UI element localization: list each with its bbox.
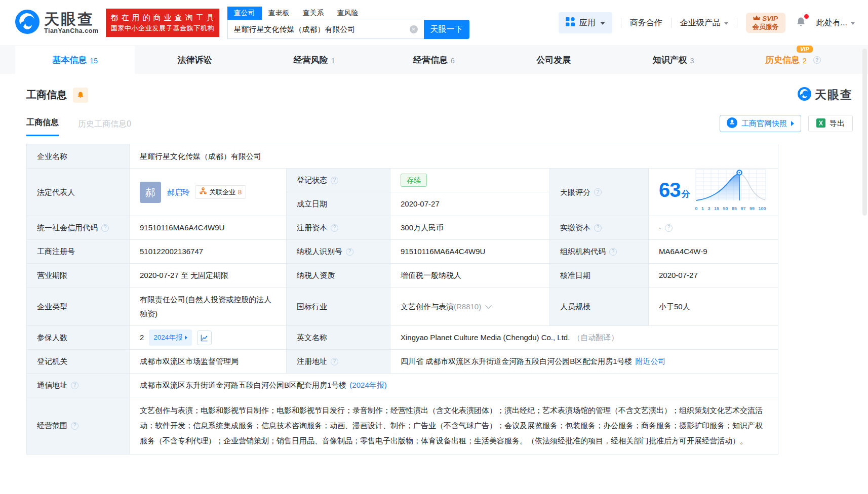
search-input[interactable]: [227, 20, 424, 39]
field-label-industry: 国标行业: [287, 287, 390, 326]
help-icon[interactable]: [331, 358, 338, 365]
watermark-logo: 天眼查: [798, 87, 853, 103]
status-badge: 存续: [401, 174, 427, 187]
tab-basic-info[interactable]: 基本信息 15: [15, 46, 135, 74]
table-row: 营业期限 2020-07-27 至 无固定期限 纳税人资质 增值税一般纳税人 核…: [26, 264, 778, 287]
search-tab-boss[interactable]: 查老板: [262, 7, 296, 20]
field-value-insured-count: 2 2024年报: [130, 326, 287, 350]
apps-label: 应用: [579, 18, 596, 28]
apps-menu-button[interactable]: 应用: [559, 12, 612, 33]
help-icon[interactable]: [594, 188, 602, 196]
tab-business-operations[interactable]: 经营信息 6: [374, 46, 494, 74]
scrollbar[interactable]: [862, 49, 867, 216]
table-row: 企业名称 星耀行星文化传媒（成都）有限公司: [26, 144, 778, 169]
search-tab-risk[interactable]: 查风险: [331, 7, 365, 20]
clear-search-icon[interactable]: [410, 25, 418, 33]
help-icon[interactable]: [594, 224, 602, 232]
field-value-registration-authority: 成都市双流区市场监督管理局: [130, 350, 287, 374]
apps-grid-icon: [566, 17, 575, 28]
tab-history-info[interactable]: 历史信息 2 VIP: [733, 46, 853, 74]
help-icon[interactable]: [71, 422, 78, 430]
crown-icon: [753, 15, 760, 23]
field-value-registered-capital: 300万人民币: [390, 216, 550, 240]
field-value-staff-size: 小于50人: [649, 287, 778, 326]
field-label-staff-size: 人员规模: [550, 287, 649, 326]
tab-operational-risk[interactable]: 经营风险 1: [255, 46, 374, 74]
field-value-business-scope: 文艺创作与表演；电影和影视节目制作；电影和影视节目发行；录音制作；经营性演出（含…: [130, 397, 778, 455]
field-value-registration-number: 510122002136747: [130, 240, 287, 264]
field-value-organization-code: MA6A4C4W-9: [649, 240, 778, 264]
tab-intellectual-property[interactable]: 知识产权 3: [613, 46, 733, 74]
score-value: 63: [659, 179, 681, 201]
field-value-company-name: 星耀行星文化传媒（成都）有限公司: [130, 144, 778, 169]
brand-name: 天眼查: [44, 11, 99, 27]
field-label-registration-status: 登记状态: [287, 169, 390, 192]
top-header: 天眼查 TianYanCha.com 都在用的商业查询工具 国家中小企业发展子基…: [0, 0, 868, 46]
section-header: 工商信息 天眼查: [26, 87, 853, 103]
notifications-bell-icon[interactable]: [795, 16, 807, 30]
help-icon[interactable]: [71, 382, 78, 389]
field-label-legal-representative: 法定代表人: [27, 169, 130, 216]
score-distribution-chart: 0131550859799100: [695, 169, 766, 215]
help-icon[interactable]: [331, 224, 338, 232]
tianyancha-logo-icon: [798, 87, 811, 103]
promo-line2: 国家中小企业发展子基金旗下机构: [111, 23, 214, 33]
table-row: 工商注册号 510122002136747 纳税人识别号 91510116MA6…: [26, 240, 778, 264]
tianyancha-logo[interactable]: 天眼查 TianYanCha.com: [15, 10, 99, 36]
field-label-paid-capital: 实缴资本: [550, 216, 649, 240]
field-label-mailing-address: 通信地址: [27, 374, 130, 397]
field-value-tianyan-score[interactable]: 63分: [649, 169, 778, 216]
trend-chart-button[interactable]: [197, 331, 212, 345]
field-value-taxpayer-id: 91510116MA6A4C4W9U: [390, 240, 550, 264]
annual-report-badge[interactable]: 2024年报: [149, 330, 192, 346]
tianyancha-page: 天眼查 TianYanCha.com 都在用的商业查询工具 国家中小企业发展子基…: [0, 0, 868, 455]
help-icon[interactable]: [331, 177, 338, 184]
search-button[interactable]: 天眼一下: [424, 20, 469, 39]
field-label-business-term: 营业期限: [27, 264, 130, 287]
divider: [737, 18, 737, 28]
annual-report-link[interactable]: (2024年报): [349, 379, 386, 392]
legal-rep-avatar[interactable]: 郝: [140, 182, 161, 203]
field-value-legal-representative: 郝 郝启玲 关联企业 8: [130, 169, 287, 216]
chevron-down-icon[interactable]: [485, 302, 492, 309]
field-label-registered-capital: 注册资本: [287, 216, 390, 240]
excel-icon: [816, 118, 825, 129]
svip-membership-button[interactable]: SVIP 会员服务: [746, 13, 785, 33]
field-value-company-type: 有限责任公司(自然人投资或控股的法人独资): [130, 287, 287, 326]
field-label-organization-code: 组织机构代码: [550, 240, 649, 264]
tab-company-development[interactable]: 公司发展: [494, 46, 613, 74]
business-cooperation-link[interactable]: 商务合作: [630, 18, 662, 28]
subtab-business-info[interactable]: 工商信息: [26, 117, 59, 136]
vip-badge: VIP: [797, 46, 813, 53]
help-icon[interactable]: [665, 224, 673, 232]
table-row: 经营范围 文艺创作与表演；电影和影视节目制作；电影和影视节目发行；录音制作；经营…: [26, 397, 778, 455]
field-label-business-scope: 经营范围: [27, 397, 130, 455]
field-value-english-name: Xingyao Planet Culture Media (Chengdu) C…: [390, 326, 778, 350]
related-companies-badge[interactable]: 关联企业 8: [195, 185, 246, 199]
subtab-row: 工商信息 历史工商信息0 工商官网快照 导出: [26, 115, 853, 136]
field-label-tianyan-score: 天眼评分: [550, 169, 649, 216]
search-tab-company[interactable]: 查公司: [227, 7, 262, 20]
field-value-credit-code: 91510116MA6A4C4W9U: [130, 216, 287, 240]
subtab-history-business-info[interactable]: 历史工商信息0: [78, 119, 131, 136]
field-value-paid-capital: -: [649, 216, 778, 240]
table-row: 企业类型 有限责任公司(自然人投资或控股的法人独资) 国标行业 文艺创作与表演 …: [26, 287, 778, 326]
help-icon[interactable]: [346, 248, 353, 256]
tab-legal-proceedings[interactable]: 法律诉讼: [135, 46, 254, 74]
help-icon[interactable]: [609, 248, 617, 256]
official-snapshot-button[interactable]: 工商官网快照: [720, 115, 801, 132]
export-button[interactable]: 导出: [808, 115, 853, 132]
divider: [621, 18, 621, 28]
legal-rep-name-link[interactable]: 郝启玲: [167, 186, 190, 199]
business-info-table: 企业名称 星耀行星文化传媒（成都）有限公司 法定代表人 郝 郝启玲 关联企业 8…: [26, 144, 778, 455]
search-tab-relations[interactable]: 查关系: [296, 7, 331, 20]
arrow-right-icon: [185, 336, 187, 340]
help-icon[interactable]: [813, 56, 821, 64]
account-menu[interactable]: 此处有...: [816, 18, 855, 28]
enterprise-products-menu[interactable]: 企业级产品: [680, 18, 728, 28]
field-label-registration-authority: 登记机关: [27, 350, 130, 374]
help-icon[interactable]: [101, 224, 109, 232]
subscribe-bell-icon[interactable]: [73, 88, 88, 103]
nearby-companies-link[interactable]: 附近公司: [636, 355, 666, 368]
table-row: 登记机关 成都市双流区市场监督管理局 注册地址 四川省 成都市双流区东升街道金河…: [26, 350, 778, 374]
